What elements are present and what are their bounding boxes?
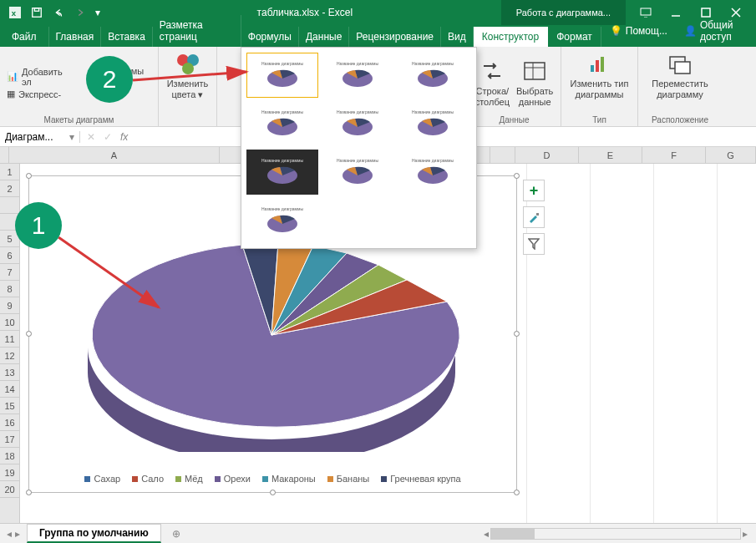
- row-header[interactable]: 18: [0, 448, 19, 464]
- column-header[interactable]: E: [579, 147, 642, 163]
- resize-handle[interactable]: [514, 490, 520, 495]
- legend-item[interactable]: Мёд: [175, 474, 203, 484]
- layout-icon: ▦: [7, 89, 15, 99]
- horizontal-scrollbar[interactable]: [490, 528, 741, 540]
- share-button[interactable]: 👤Общий доступ: [676, 15, 756, 47]
- legend-swatch: [327, 476, 333, 482]
- select-data-button[interactable]: Выбрать данные: [516, 58, 553, 108]
- svg-rect-4: [641, 8, 651, 15]
- arrow-1: [52, 227, 169, 319]
- chart-style-thumb[interactable]: Название диаграммы: [246, 198, 318, 243]
- change-chart-type-button[interactable]: Изменить тип диаграммы: [571, 50, 629, 100]
- tab-page-layout[interactable]: Разметка страниц: [153, 15, 241, 47]
- column-header[interactable]: G: [706, 147, 756, 163]
- row-header[interactable]: 16: [0, 414, 19, 431]
- legend-item[interactable]: Гречневая крупа: [381, 474, 460, 484]
- chart-element-icon: 📊: [7, 71, 18, 82]
- tab-data[interactable]: Данные: [299, 27, 349, 47]
- tab-insert[interactable]: Вставка: [101, 27, 153, 47]
- row-header[interactable]: 10: [0, 314, 19, 331]
- tab-file[interactable]: Файл: [0, 27, 49, 47]
- tell-me[interactable]: 💡Помощ...: [601, 15, 676, 47]
- resize-handle[interactable]: [26, 490, 32, 495]
- chart-style-thumb[interactable]: Название диаграммы: [322, 53, 393, 98]
- undo-button[interactable]: [48, 3, 68, 23]
- select-all-corner[interactable]: [0, 147, 9, 163]
- hscroll-left-icon[interactable]: ◂: [484, 528, 489, 540]
- chart-styles-gallery[interactable]: Название диаграммыНазвание диаграммыНазв…: [241, 47, 477, 249]
- column-header[interactable]: D: [515, 147, 579, 163]
- row-header[interactable]: 12: [0, 348, 19, 364]
- chart-style-thumb[interactable]: Название диаграммы: [246, 150, 318, 195]
- tab-formulas[interactable]: Формулы: [241, 27, 299, 47]
- row-header[interactable]: 2: [0, 180, 19, 197]
- row-header[interactable]: 17: [0, 431, 19, 448]
- column-header[interactable]: A: [9, 147, 220, 163]
- row-header[interactable]: 9: [0, 297, 19, 314]
- resize-handle[interactable]: [514, 173, 520, 179]
- tell-me-label: Помощ...: [626, 25, 667, 37]
- scrollbar-thumb[interactable]: [491, 529, 535, 539]
- legend-item[interactable]: Орехи: [215, 474, 251, 484]
- row-header[interactable]: 1: [0, 164, 19, 180]
- row-header[interactable]: 19: [0, 464, 19, 481]
- legend-label: Мёд: [185, 474, 203, 484]
- legend-label: Гречневая крупа: [390, 474, 460, 484]
- sheet-next-icon[interactable]: ▸: [15, 528, 20, 540]
- select-data-icon: [521, 58, 548, 84]
- chart-filters-button[interactable]: [523, 233, 545, 255]
- legend-label: Орехи: [224, 474, 251, 484]
- redo-button[interactable]: [70, 3, 90, 23]
- chart-style-thumb[interactable]: Название диаграммы: [322, 101, 393, 146]
- new-sheet-button[interactable]: ⊕: [166, 524, 186, 544]
- switch-row-column-button[interactable]: Строка/ столбец: [475, 58, 510, 108]
- tab-review[interactable]: Рецензирование: [349, 27, 441, 47]
- ribbon-group-data: Строка/ столбец Выбрать данные Данные: [468, 47, 561, 126]
- tab-design[interactable]: Конструктор: [474, 27, 548, 47]
- column-header[interactable]: F: [642, 147, 706, 163]
- resize-handle[interactable]: [514, 331, 520, 337]
- row-header[interactable]: 6: [0, 247, 19, 264]
- resize-handle[interactable]: [270, 490, 276, 495]
- chart-style-thumb[interactable]: Название диаграммы: [397, 53, 469, 98]
- sheet-tab-bar: ◂▸ Группа по умолчанию ⊕ ◂ ▸: [0, 523, 756, 543]
- legend-item[interactable]: Бананы: [327, 474, 370, 484]
- row-header[interactable]: 11: [0, 331, 19, 348]
- chart-style-thumb[interactable]: Название диаграммы: [246, 53, 318, 98]
- name-box[interactable]: Диаграм...▾: [0, 131, 80, 143]
- qat-customize-icon[interactable]: ▾: [92, 3, 104, 23]
- resize-handle[interactable]: [26, 173, 32, 179]
- hscroll-right-icon[interactable]: ▸: [743, 528, 748, 540]
- row-header[interactable]: [0, 197, 19, 214]
- row-header[interactable]: 14: [0, 381, 19, 398]
- person-icon: 👤: [684, 25, 697, 37]
- sheet-nav-buttons[interactable]: ◂▸: [0, 528, 27, 540]
- save-button[interactable]: [27, 3, 47, 23]
- row-header[interactable]: 7: [0, 264, 19, 281]
- chart-styles-button[interactable]: [523, 206, 545, 228]
- tab-view[interactable]: Вид: [441, 27, 474, 47]
- legend-swatch: [175, 476, 181, 482]
- row-header[interactable]: 8: [0, 281, 19, 297]
- legend-item[interactable]: Сахар: [84, 474, 120, 484]
- resize-handle[interactable]: [26, 331, 32, 337]
- move-chart-button[interactable]: Переместить диаграмму: [652, 50, 708, 100]
- fx-icon[interactable]: fx: [120, 131, 128, 143]
- row-header[interactable]: 15: [0, 398, 19, 414]
- row-header[interactable]: 13: [0, 364, 19, 381]
- row-header[interactable]: 20: [0, 481, 19, 498]
- tab-format[interactable]: Формат: [548, 27, 601, 47]
- tab-home[interactable]: Главная: [49, 27, 102, 47]
- chart-elements-button[interactable]: +: [523, 180, 545, 201]
- legend-item[interactable]: Макароны: [262, 474, 316, 484]
- sheet-prev-icon[interactable]: ◂: [7, 528, 12, 540]
- column-header[interactable]: [490, 147, 515, 163]
- chart-style-thumb[interactable]: Название диаграммы: [397, 150, 469, 195]
- chart-style-thumb[interactable]: Название диаграммы: [246, 101, 318, 146]
- chart-style-thumb[interactable]: Название диаграммы: [322, 150, 393, 195]
- switch-icon: [479, 58, 505, 84]
- sheet-tab-active[interactable]: Группа по умолчанию: [27, 524, 161, 543]
- chart-legend[interactable]: СахарСалоМёдОрехиМакароныБананыГречневая…: [29, 474, 516, 484]
- legend-item[interactable]: Сало: [132, 474, 164, 484]
- chart-style-thumb[interactable]: Название диаграммы: [397, 101, 469, 146]
